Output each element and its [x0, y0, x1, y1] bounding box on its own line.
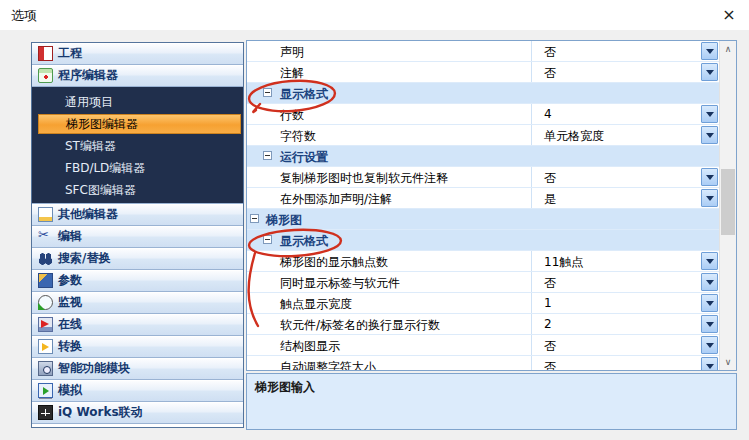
collapse-minus-icon[interactable]: [263, 235, 272, 244]
setting-row: 行数 4: [247, 104, 719, 125]
setting-row: 软元件/标签名的换行显示行数 2: [247, 314, 719, 335]
scroll-down-icon[interactable]: ∨: [720, 357, 736, 367]
intelligent-module-icon: [38, 361, 53, 376]
dropdown-button[interactable]: [701, 126, 718, 144]
sidebar-item-edit[interactable]: 编辑: [32, 226, 243, 248]
setting-row: 梯形图的显示触点数 11触点: [247, 251, 719, 272]
setting-row: 声明 否: [247, 41, 719, 62]
chevron-down-icon: [706, 364, 714, 370]
dropdown-button[interactable]: [701, 315, 718, 333]
dropdown-button[interactable]: [701, 294, 718, 312]
dropdown-button[interactable]: [701, 336, 718, 354]
setting-label: 同时显示标签与软元件: [280, 275, 400, 292]
sidebar-item-program-editor[interactable]: 程序编辑器: [32, 65, 243, 87]
setting-label: 触点显示宽度: [280, 296, 352, 313]
chevron-down-icon: [706, 343, 714, 352]
chevron-down-icon: [706, 280, 714, 289]
dropdown-button[interactable]: [701, 168, 718, 186]
sidebar-subitem[interactable]: FBD/LD编辑器: [32, 157, 243, 179]
setting-row: 触点显示宽度 1: [247, 293, 719, 314]
sidebar-subitem[interactable]: SFC图编辑器: [32, 179, 243, 201]
settings-grid: 声明 否 注解 否 显示格式 行数 4 字符数 单元格宽度 运行设置 复制梯形图…: [247, 41, 719, 370]
program-editor-icon: [38, 68, 53, 83]
setting-row: 同时显示标签与软元件 否: [247, 272, 719, 293]
setting-value: 否: [531, 167, 699, 187]
other-editors-icon: [38, 207, 53, 222]
dropdown-button[interactable]: [701, 189, 718, 207]
setting-value: 单元格宽度: [531, 125, 699, 145]
edit-icon: [38, 229, 53, 244]
setting-value: 1: [531, 293, 699, 313]
sidebar-item-iq-works[interactable]: iQ Works联动: [32, 402, 243, 424]
vertical-scrollbar[interactable]: ∧ ∨: [719, 41, 736, 370]
collapse-minus-icon[interactable]: [263, 151, 272, 160]
sidebar-item-convert[interactable]: 转换: [32, 336, 243, 358]
scrollbar-thumb[interactable]: [721, 169, 735, 235]
description-panel: 梯形图输入: [246, 373, 737, 430]
chevron-down-icon: [706, 196, 714, 205]
sidebar-subitem[interactable]: ST编辑器: [32, 135, 243, 157]
setting-value: 11触点: [531, 251, 699, 271]
section-row[interactable]: 运行设置: [247, 146, 719, 167]
setting-label: 复制梯形图时也复制软元件注释: [280, 170, 448, 187]
convert-icon: [38, 339, 53, 354]
setting-label: 在外围添加声明/注解: [280, 191, 392, 208]
chevron-down-icon: [706, 322, 714, 331]
setting-row: 结构图显示 否: [247, 335, 719, 356]
dropdown-button[interactable]: [701, 273, 718, 291]
sidebar-item-online[interactable]: 在线: [32, 314, 243, 336]
dropdown-button[interactable]: [701, 252, 718, 270]
chevron-down-icon: [706, 175, 714, 184]
setting-value: 否: [531, 335, 699, 355]
setting-label: 字符数: [280, 128, 316, 145]
setting-row: 自动调整字符大小 否: [247, 356, 719, 370]
setting-row: 复制梯形图时也复制软元件注释 否: [247, 167, 719, 188]
dropdown-button[interactable]: [701, 105, 718, 123]
dropdown-button[interactable]: [701, 357, 718, 370]
simulation-icon: [38, 383, 53, 398]
section-label: 显示格式: [280, 86, 328, 103]
setting-row: 注解 否: [247, 62, 719, 83]
scroll-up-icon[interactable]: ∧: [720, 44, 736, 54]
sidebar-item-parameter[interactable]: 参数: [32, 270, 243, 292]
online-icon: [38, 317, 53, 332]
iq-works-icon: [38, 405, 53, 420]
section-row[interactable]: 显示格式: [247, 230, 719, 251]
project-icon: [38, 46, 53, 61]
section-label: 运行设置: [280, 149, 328, 166]
collapse-minus-icon[interactable]: [250, 214, 259, 223]
sidebar-subitem[interactable]: 通用项目: [32, 91, 243, 113]
setting-label: 行数: [280, 107, 304, 124]
dropdown-button[interactable]: [701, 63, 718, 81]
sidebar-item-project[interactable]: 工程: [32, 43, 243, 65]
sub-items-panel: 通用项目梯形图编辑器ST编辑器FBD/LD编辑器SFC图编辑器: [32, 87, 243, 204]
section-label: 梯形图: [266, 212, 302, 229]
parameter-icon: [38, 273, 53, 288]
sidebar-subitem-selected[interactable]: 梯形图编辑器: [38, 114, 241, 134]
window-title: 选项: [11, 7, 37, 25]
close-icon[interactable]: ×: [717, 4, 741, 26]
setting-value: 否: [531, 272, 699, 292]
settings-panel: 声明 否 注解 否 显示格式 行数 4 字符数 单元格宽度 运行设置 复制梯形图…: [246, 40, 737, 371]
setting-value: 否: [531, 356, 699, 370]
section-row[interactable]: 梯形图: [247, 209, 719, 230]
setting-row: 在外围添加声明/注解 是: [247, 188, 719, 209]
sidebar-item-intelligent-module[interactable]: 智能功能模块: [32, 358, 243, 380]
sidebar-item-simulation[interactable]: 模拟: [32, 380, 243, 402]
sidebar-item-monitor[interactable]: 监视: [32, 292, 243, 314]
section-label: 显示格式: [280, 233, 328, 250]
chevron-down-icon: [706, 259, 714, 268]
search-replace-icon: [38, 251, 53, 266]
description-title: 梯形图输入: [255, 379, 728, 396]
setting-value: 是: [531, 188, 699, 208]
collapse-minus-icon[interactable]: [263, 88, 272, 97]
dropdown-button[interactable]: [701, 42, 718, 60]
sidebar-item-other-editors[interactable]: 其他编辑器: [32, 204, 243, 226]
setting-value: 否: [531, 62, 699, 82]
chevron-down-icon: [706, 49, 714, 58]
section-row[interactable]: 显示格式: [247, 83, 719, 104]
sidebar-item-search-replace[interactable]: 搜索/替换: [32, 248, 243, 270]
setting-value: 2: [531, 314, 699, 334]
chevron-down-icon: [706, 301, 714, 310]
monitor-icon: [38, 295, 53, 310]
